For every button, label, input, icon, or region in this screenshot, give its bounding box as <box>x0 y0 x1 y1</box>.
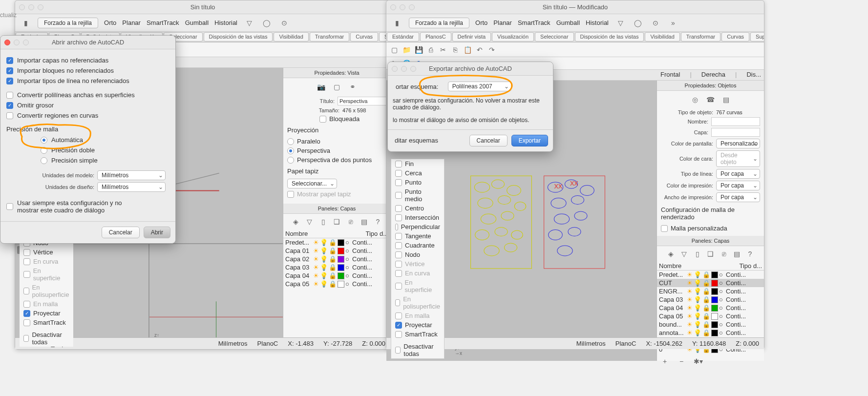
target-icon[interactable]: ⊙ <box>278 17 290 29</box>
proj-radio-2[interactable] <box>287 147 294 154</box>
min-icon[interactable] <box>400 4 405 10</box>
print-icon[interactable]: ⎙ <box>425 44 437 56</box>
snap-button[interactable]: Forzado a la rejilla <box>409 18 469 28</box>
layer-row[interactable]: Capa 04☀💡🔒○Conti... <box>283 271 390 280</box>
mesh-simple[interactable] <box>41 157 47 164</box>
cube-icon[interactable]: ❑ <box>705 248 717 260</box>
more-icon[interactable]: » <box>667 17 679 29</box>
help-icon[interactable]: ? <box>744 248 756 260</box>
text-icon[interactable]: ▤ <box>720 94 732 105</box>
remove-icon[interactable]: − <box>676 355 687 367</box>
phone-icon[interactable]: ☎ <box>705 94 717 105</box>
mesh-auto[interactable] <box>41 137 47 144</box>
target-icon[interactable]: ⊙ <box>650 17 661 29</box>
import-opt-check[interactable]: ✓ <box>6 78 13 84</box>
import-opt-check[interactable]: ✓ <box>6 67 13 74</box>
add-icon[interactable]: + <box>659 355 671 367</box>
help-icon[interactable]: ? <box>372 216 384 228</box>
gumball-button[interactable]: Gumball <box>185 19 209 26</box>
cut-icon[interactable]: ✂ <box>437 44 449 56</box>
layer-row[interactable]: Capa 01☀💡🔒○Conti... <box>283 247 390 255</box>
book-icon[interactable]: ▤ <box>359 216 370 228</box>
circle-icon[interactable]: ◎ <box>689 94 701 105</box>
layer-row[interactable]: Capa 04☀💡🔒○Conti... <box>657 304 764 312</box>
layer-row[interactable]: bound...☀💡🔒○Conti... <box>657 320 764 329</box>
osnap-check[interactable] <box>395 233 402 240</box>
edit-schemas-link[interactable]: ditar esquemas <box>393 135 440 146</box>
save-icon[interactable]: 💾 <box>413 44 424 56</box>
cube-icon[interactable]: ❑ <box>331 216 343 228</box>
layer-row[interactable]: Capa 05☀💡🔒○Conti... <box>657 312 764 320</box>
snap-button[interactable]: Forzado a la rejilla <box>38 18 98 28</box>
proj-radio-3[interactable] <box>287 157 294 164</box>
new-icon[interactable]: ▢ <box>388 44 400 56</box>
front-viewport[interactable]: z↑→x <box>149 243 283 348</box>
cancel-button[interactable]: Cancelar <box>469 135 508 146</box>
osnap-check[interactable] <box>395 224 398 230</box>
layer-row[interactable]: Predet...☀💡🔒○Conti... <box>283 238 390 247</box>
device-icon[interactable]: ⎚ <box>345 216 357 228</box>
smarttrack-button[interactable]: SmartTrack <box>147 19 179 26</box>
layer-icon[interactable]: ◈ <box>290 216 302 228</box>
undo-icon[interactable]: ↶ <box>474 44 486 56</box>
copy-icon[interactable]: ⎘ <box>449 44 461 56</box>
page-icon[interactable]: ▯ <box>318 216 329 228</box>
tab-visibility[interactable]: Visibilidad <box>274 32 308 42</box>
layer-icon[interactable]: ◈ <box>665 248 677 260</box>
design-units-select[interactable]: Milímetros <box>97 182 166 192</box>
tab-transform[interactable]: Transformar <box>310 32 350 42</box>
osnap-check[interactable] <box>395 270 402 277</box>
show-wall-check[interactable] <box>287 191 294 198</box>
import-opt-check[interactable] <box>6 92 13 99</box>
layer-row[interactable]: annota...☀💡🔒○Conti... <box>657 329 764 337</box>
layer-input[interactable] <box>711 128 760 137</box>
osnap-check[interactable] <box>395 179 402 186</box>
link-icon[interactable]: ⚭ <box>347 81 359 93</box>
osnap-check[interactable] <box>395 170 402 177</box>
triangle-icon[interactable]: ▽ <box>304 216 316 228</box>
osnap-check[interactable] <box>395 205 402 212</box>
open-button[interactable]: Abrir <box>144 227 170 238</box>
osnap-check[interactable] <box>395 161 402 167</box>
osnap-check[interactable] <box>395 313 402 319</box>
settings-icon[interactable]: ✱▾ <box>692 355 704 367</box>
planar-button[interactable]: Planar <box>122 19 141 26</box>
always-check[interactable] <box>6 203 13 210</box>
osnap-check[interactable] <box>395 331 402 338</box>
import-opt-check[interactable]: ✓ <box>6 57 13 64</box>
layer-row[interactable]: Predet...☀💡🔒○Conti... <box>657 271 764 279</box>
close-icon[interactable] <box>4 40 10 45</box>
panel-icon[interactable]: ▮ <box>20 17 32 29</box>
frame-icon[interactable]: ▢ <box>331 81 343 93</box>
layer-row[interactable]: Capa 02☀💡🔒○Conti... <box>283 255 390 263</box>
osnap-check[interactable] <box>395 242 402 249</box>
wallpaper-select[interactable]: Seleccionar... <box>287 179 337 188</box>
paste-icon[interactable]: 📋 <box>462 44 473 56</box>
book-icon[interactable]: ▤ <box>731 248 743 260</box>
lock-check[interactable] <box>319 116 326 123</box>
layer-row[interactable]: ENGR...☀💡🔒○Conti... <box>657 287 764 295</box>
min-icon[interactable] <box>28 4 34 10</box>
layer-row[interactable]: Capa 03☀💡🔒○Conti... <box>283 263 390 271</box>
filter-icon[interactable]: ▽ <box>614 17 626 29</box>
triangle-icon[interactable]: ▽ <box>678 248 690 260</box>
import-opt-check[interactable] <box>6 112 13 119</box>
close-icon[interactable] <box>19 4 25 10</box>
filter-icon[interactable]: ▽ <box>243 17 255 29</box>
osnap-check[interactable] <box>395 214 402 221</box>
proj-radio-1[interactable] <box>287 138 294 145</box>
osnap-check[interactable] <box>395 299 400 306</box>
mesh-double[interactable] <box>41 147 47 154</box>
osnap-check[interactable] <box>395 283 402 290</box>
mesh-check[interactable] <box>661 225 668 232</box>
layer-row[interactable]: CUT☀💡🔒○Conti... <box>657 279 764 287</box>
schema-select[interactable]: Polilíneas 2007 <box>448 82 511 91</box>
export-button[interactable]: Exportar <box>511 135 548 146</box>
model-units-select[interactable]: Milímetros <box>97 170 166 180</box>
osnap-check[interactable] <box>395 192 402 199</box>
panel-icon[interactable]: ▮ <box>391 17 403 29</box>
max-icon[interactable] <box>409 4 415 10</box>
import-opt-check[interactable]: ✓ <box>6 102 13 109</box>
layer-row[interactable]: Capa 05☀💡🔒○Conti... <box>283 280 390 288</box>
osnap-check[interactable] <box>395 251 402 258</box>
